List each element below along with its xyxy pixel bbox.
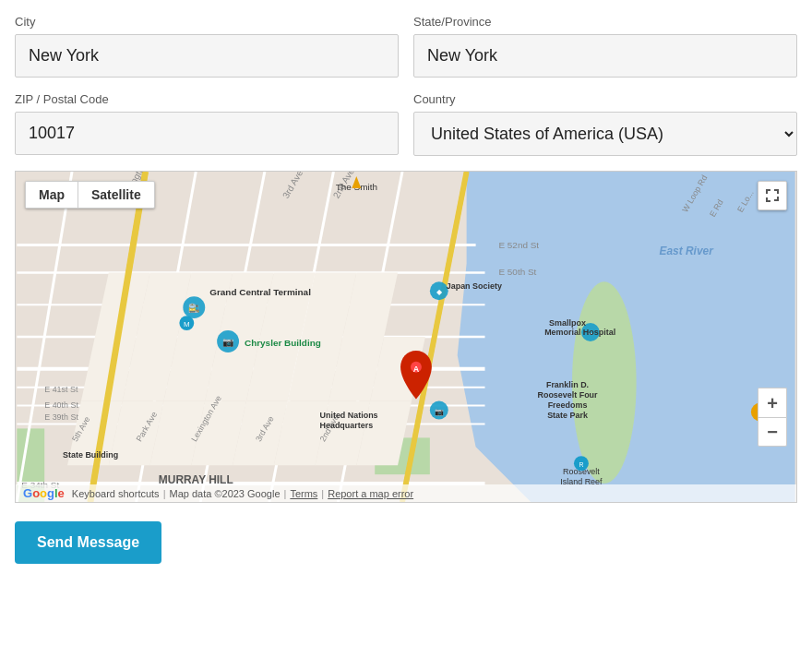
city-label: City — [15, 15, 399, 29]
svg-text:Grand Central Terminal: Grand Central Terminal — [209, 287, 311, 297]
state-group: State/Province — [413, 15, 797, 78]
google-logo: Google — [23, 486, 65, 500]
attribution-terms[interactable]: Terms — [290, 488, 317, 499]
svg-text:Roosevelt Four: Roosevelt Four — [537, 390, 598, 400]
svg-text:R: R — [579, 461, 583, 468]
zip-label: ZIP / Postal Code — [15, 92, 399, 106]
city-group: City — [15, 15, 399, 78]
map-attribution: Google Keyboard shortcuts | Map data ©20… — [16, 484, 796, 502]
svg-text:E 52nd St: E 52nd St — [498, 240, 539, 250]
svg-text:E 50th St: E 50th St — [498, 267, 536, 277]
zip-input[interactable] — [15, 112, 399, 155]
svg-text:A: A — [413, 364, 420, 374]
map-container: Lexington 2nd Ave 3rd Ave E 52nd St E 50… — [15, 171, 797, 503]
zip-country-row: ZIP / Postal Code Country United States … — [15, 92, 797, 156]
zoom-out-button[interactable]: − — [758, 417, 787, 447]
svg-text:📷: 📷 — [435, 407, 444, 416]
svg-text:East River: East River — [659, 245, 714, 257]
country-group: Country United States of America (USA) C… — [413, 92, 797, 156]
country-label: Country — [413, 92, 797, 106]
send-message-button[interactable]: Send Message — [15, 521, 161, 564]
svg-text:Headquarters: Headquarters — [320, 421, 374, 430]
svg-text:M: M — [184, 320, 190, 328]
svg-text:Japan Society: Japan Society — [447, 281, 502, 291]
svg-text:United Nations: United Nations — [320, 411, 378, 420]
map-toggle: Map Satellite — [25, 181, 155, 209]
state-label: State/Province — [413, 15, 797, 29]
attribution-report[interactable]: Report a map error — [328, 488, 413, 499]
zoom-in-button[interactable]: + — [758, 388, 787, 417]
country-select[interactable]: United States of America (USA) Canada Un… — [413, 112, 797, 156]
attribution-keyboard: Keyboard shortcuts — [72, 488, 160, 499]
zip-group: ZIP / Postal Code — [15, 92, 399, 156]
map-zoom-controls: + − — [758, 388, 787, 447]
svg-text:E 40th St: E 40th St — [44, 400, 78, 410]
svg-text:E 39th St: E 39th St — [44, 412, 78, 422]
svg-text:Chrysler Building: Chrysler Building — [245, 338, 321, 348]
svg-text:📷: 📷 — [222, 336, 234, 348]
attribution-data: Map data ©2023 Google — [169, 488, 280, 499]
map-toggle-satellite[interactable]: Satellite — [78, 182, 154, 208]
svg-text:Freedoms: Freedoms — [548, 400, 588, 410]
city-state-row: City State/Province — [15, 15, 797, 78]
map-toggle-map[interactable]: Map — [26, 182, 78, 208]
svg-text:◆: ◆ — [436, 288, 443, 296]
svg-text:State Park: State Park — [547, 411, 588, 420]
svg-text:Franklin D.: Franklin D. — [546, 380, 589, 389]
state-input[interactable] — [413, 34, 797, 78]
svg-text:Smallpox: Smallpox — [549, 318, 586, 328]
svg-text:State Building: State Building — [63, 450, 118, 460]
svg-text:E 41st St: E 41st St — [44, 385, 78, 394]
fullscreen-button[interactable] — [758, 181, 787, 210]
city-input[interactable] — [15, 34, 399, 78]
svg-text:Memorial Hospital: Memorial Hospital — [544, 328, 615, 337]
map-background: Lexington 2nd Ave 3rd Ave E 52nd St E 50… — [16, 172, 796, 502]
svg-text:🚉: 🚉 — [188, 302, 200, 314]
